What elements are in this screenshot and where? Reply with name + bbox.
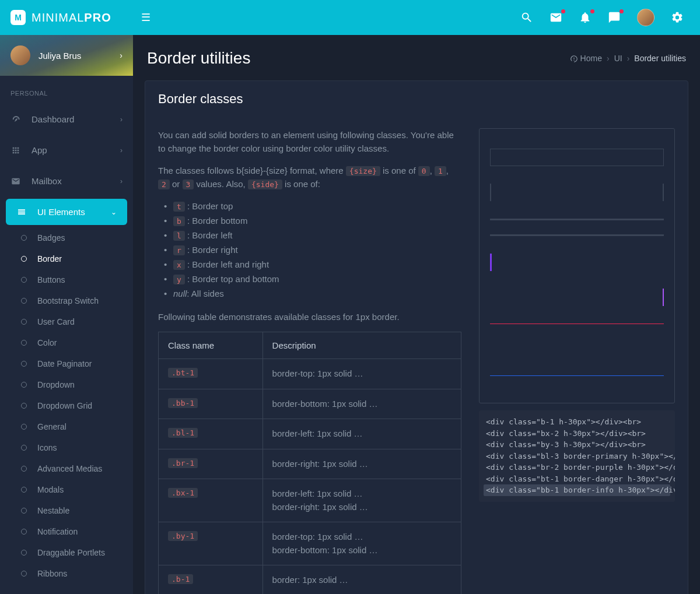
side-key: r [173,245,185,255]
bullet-icon [21,319,27,325]
subnav-label: Nestable [37,506,69,515]
border-color-link[interactable]: border color utility classes. [286,143,389,153]
description-text: border-left: 1px solid … [272,487,452,501]
code-3: 3 [183,180,194,189]
nav-label: UI Elements [37,207,100,217]
subnav-item-dropdown[interactable]: Dropdown [0,374,133,395]
subnav-item-notification[interactable]: Notification [0,521,133,542]
code-line: <div class="bl-3 border-primary h-30px">… [484,451,670,462]
side-item: l : Border left [173,228,461,242]
subnav-label: User Card [37,317,75,326]
sidebar-toggle-button[interactable]: ☰ [133,11,159,24]
side-item: b : Border bottom [173,213,461,228]
gear-icon[interactable] [671,11,684,24]
brand-text: MINIMALPRO [32,11,111,24]
follow-paragraph: Following table demonstrates available c… [158,310,461,324]
bullet-icon [21,487,27,493]
table-row: .bt-1border-top: 1px solid … [159,359,461,389]
page-title: Border utilities [147,49,250,68]
nav-label: Mailbox [32,176,110,186]
demo-br-2-purple [490,289,664,306]
top-avatar[interactable] [637,9,654,26]
code-snippet: <div class="b-1 h-30px"></div><br><div c… [479,410,675,502]
class-code: .by-1 [168,531,198,541]
mail-icon[interactable] [550,11,562,24]
chevron-right-icon: › [120,146,123,154]
subnav-item-color[interactable]: Color [0,332,133,353]
border-classes-card: Border classes You can add solid borders… [145,80,688,594]
bullet-icon [21,298,27,304]
main-content: Border utilities Home › UI › Border util… [133,35,700,594]
mail-badge [561,9,565,13]
subnav-label: Dropdown [37,380,75,389]
description-text: border-top: 1px solid … [272,367,452,381]
subnav-item-advanced-medias[interactable]: Advanced Medias [0,458,133,479]
bullet-icon [21,571,27,577]
search-icon[interactable] [520,11,533,24]
nav-item-app[interactable]: App› [0,135,133,166]
subnav-item-ribbons[interactable]: Ribbons [0,563,133,584]
code-line: <div class="bt-1 border-danger h-30px"><… [484,473,670,485]
subnav-label: Buttons [37,275,65,284]
table-row: .br-1border-right: 1px solid … [159,449,461,479]
class-code: .bl-1 [168,428,198,438]
subnav-item-border[interactable]: Border [0,248,133,269]
subnav-list: BadgesBorderButtonsBootstrap SwitchUser … [0,227,133,584]
description-text: border-bottom: 1px solid … [272,544,452,557]
bullet-icon [21,403,27,409]
breadcrumb-ui[interactable]: UI [614,54,622,63]
sidebar-user-block[interactable]: Juliya Brus › [0,35,133,76]
sidebar-user-name: Juliya Brus [38,51,111,61]
nav-item-dashboard[interactable]: Dashboard› [0,104,133,135]
code-side: {side} [248,180,282,189]
subnav-item-icons[interactable]: Icons [0,437,133,458]
subnav-item-draggable-portlets[interactable]: Draggable Portlets [0,542,133,563]
demo-b-1 [490,149,664,166]
chat-badge [620,9,624,13]
subnav-item-user-card[interactable]: User Card [0,311,133,332]
nav-section-header: PERSONAL [0,76,133,104]
subnav-item-buttons[interactable]: Buttons [0,269,133,290]
subnav-item-date-paginator[interactable]: Date Paginator [0,353,133,374]
code-line: <div class="bb-1 border-info h-30px"></d… [484,484,670,496]
side-item: x : Border left and right [173,257,461,272]
subnav-item-bootstrap-switch[interactable]: Bootstrap Switch [0,290,133,311]
chevron-right-icon: › [120,177,123,185]
code-1: 1 [435,166,446,176]
code-0: 0 [418,166,430,176]
subnav-item-general[interactable]: General [0,416,133,437]
description-text: border-bottom: 1px solid … [272,398,452,411]
subnav-item-badges[interactable]: Badges [0,227,133,248]
side-key: l [173,231,185,241]
dashboard-icon [570,55,578,63]
sides-list: t : Border topb : Border bottoml : Borde… [158,199,461,301]
table-row: .bx-1border-left: 1px solid …border-righ… [159,479,461,522]
nav-item-mailbox[interactable]: Mailbox› [0,166,133,196]
nav-item-ui-elements[interactable]: UI Elements⌄ [6,199,127,225]
subnav-item-nestable[interactable]: Nestable [0,500,133,521]
bullet-icon [21,508,27,514]
side-item-null: null: All sides [173,286,461,301]
breadcrumb-current: Border utilities [634,54,686,63]
code-size: {size} [346,166,380,176]
bullet-icon [21,424,27,430]
side-key: t [173,202,185,212]
subnav-label: Advanced Medias [37,464,102,473]
description-text: border: 1px solid … [272,574,452,587]
subnav-label: Modals [37,485,64,494]
code-line: <div class="br-2 border-purple h-30px"><… [484,462,670,473]
brand[interactable]: MINIMALPRO [0,10,133,25]
description-text: border-left: 1px solid … [272,427,452,441]
format-paragraph: The classes follows b{side}-{size} forma… [158,164,461,191]
bell-badge [590,9,594,13]
side-key: y [173,275,185,284]
description-text: border-right: 1px solid … [272,501,452,514]
chat-icon[interactable] [608,11,621,24]
bell-icon[interactable] [579,11,592,24]
subnav-item-dropdown-grid[interactable]: Dropdown Grid [0,395,133,416]
subnav-item-modals[interactable]: Modals [0,479,133,500]
breadcrumb-home[interactable]: Home [570,54,602,63]
side-item: t : Border top [173,199,461,213]
classes-table: Class nameDescription .bt-1border-top: 1… [158,332,461,594]
table-row: .b-1border: 1px solid … [159,565,461,594]
